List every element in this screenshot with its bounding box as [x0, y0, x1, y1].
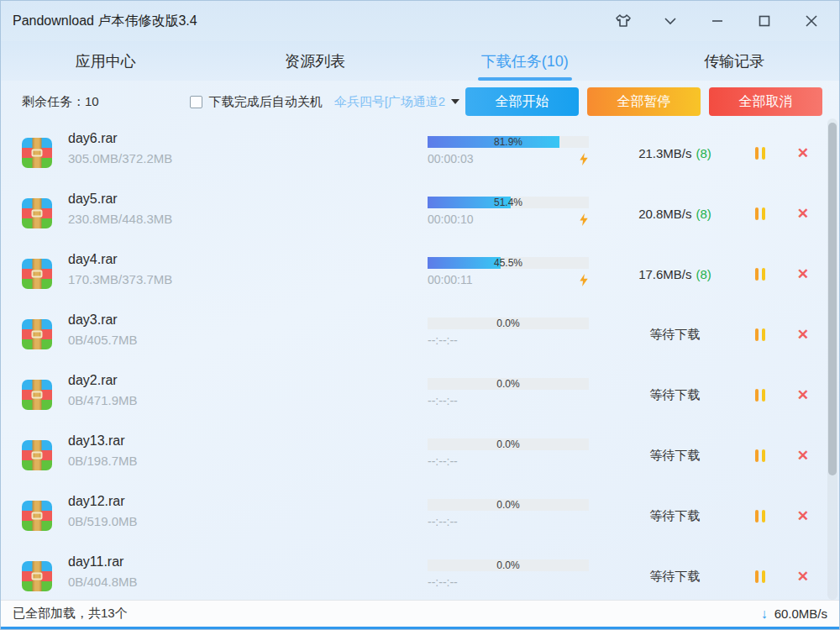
- channel-dropdown[interactable]: 伞兵四号[广场通道2: [334, 94, 460, 110]
- progress-bar: 81.9%: [428, 136, 589, 148]
- tab-download-tasks[interactable]: 下载任务(10): [420, 41, 630, 81]
- progress-bar: 0.0%: [428, 438, 589, 450]
- progress-percent: 0.0%: [428, 318, 589, 329]
- download-speed: 17.6MB/s: [638, 267, 691, 281]
- window-bottom-edge: [1, 627, 839, 629]
- file-name: day13.rar: [68, 433, 138, 449]
- close-icon[interactable]: [801, 10, 822, 32]
- cancel-task-button[interactable]: ✕: [797, 570, 809, 584]
- elapsed-time: --:--:--: [428, 394, 458, 407]
- dropdown-caret-icon: [451, 99, 459, 104]
- minimize-icon[interactable]: [706, 10, 728, 32]
- maximize-icon[interactable]: [753, 10, 775, 32]
- cancel-task-button[interactable]: ✕: [797, 207, 809, 221]
- rar-file-icon: [22, 319, 52, 349]
- progress-bar: 45.5%: [428, 257, 589, 269]
- download-speed: 20.8MB/s: [638, 207, 691, 221]
- thread-count: (8): [696, 146, 711, 160]
- progress-bar: 0.0%: [428, 378, 589, 390]
- chevron-down-icon[interactable]: [659, 10, 681, 32]
- speed-boost-icon: [579, 213, 589, 226]
- download-speed: 21.3MB/s: [638, 146, 691, 160]
- elapsed-time: --:--:--: [428, 575, 458, 589]
- progress-percent: 51.4%: [428, 197, 589, 208]
- start-all-button[interactable]: 全部开始: [465, 87, 579, 116]
- progress-percent: 0.0%: [428, 438, 589, 450]
- rar-file-icon: [22, 198, 52, 228]
- tab-app-center[interactable]: 应用中心: [1, 41, 211, 81]
- rar-file-icon: [22, 259, 52, 289]
- elapsed-time: --:--:--: [428, 454, 458, 468]
- task-row[interactable]: day2.rar 0B/471.9MB 0.0% --:--:-- 等待下载 ✕: [1, 365, 839, 425]
- cancel-task-button[interactable]: ✕: [797, 328, 809, 342]
- titlebar: Pandownload 卢本伟修改版3.4: [1, 1, 839, 41]
- auto-shutdown-label: 下载完成后自动关机: [209, 94, 323, 110]
- scrollbar-thumb[interactable]: [828, 123, 837, 475]
- file-size: 170.3MB/373.7MB: [68, 272, 172, 286]
- app-window: Pandownload 卢本伟修改版3.4 应用中心 资源列表 下载任务(10)…: [0, 0, 840, 630]
- file-name: day6.rar: [68, 131, 172, 146]
- load-status-text: 已全部加载，共13个: [13, 606, 128, 622]
- pause-task-button[interactable]: [755, 570, 765, 583]
- waiting-status: 等待下载: [650, 508, 701, 524]
- rar-file-icon: [22, 380, 52, 410]
- file-size: 230.8MB/448.3MB: [68, 212, 172, 226]
- pause-task-button[interactable]: [755, 449, 765, 462]
- speed-boost-icon: [579, 153, 589, 165]
- download-arrow-icon: ↓: [761, 606, 768, 622]
- elapsed-time: --:--:--: [428, 333, 458, 347]
- cancel-all-button[interactable]: 全部取消: [709, 87, 822, 116]
- progress-percent: 0.0%: [428, 559, 589, 571]
- cancel-task-button[interactable]: ✕: [797, 509, 809, 523]
- pause-task-button[interactable]: [755, 389, 765, 402]
- waiting-status: 等待下载: [650, 387, 701, 403]
- window-title: Pandownload 卢本伟修改版3.4: [13, 13, 197, 30]
- progress-bar: 0.0%: [428, 499, 589, 511]
- task-row[interactable]: day5.rar 230.8MB/448.3MB 51.4% 00:00:10 …: [1, 183, 839, 244]
- cancel-task-button[interactable]: ✕: [797, 388, 809, 402]
- cancel-task-button[interactable]: ✕: [797, 146, 809, 160]
- pause-task-button[interactable]: [755, 268, 765, 281]
- pause-task-button[interactable]: [755, 510, 765, 522]
- file-name: day12.rar: [68, 494, 138, 509]
- pause-task-button[interactable]: [755, 207, 765, 220]
- task-row[interactable]: day12.rar 0B/519.0MB 0.0% --:--:-- 等待下载 …: [1, 486, 839, 546]
- total-speed: 60.0MB/s: [774, 606, 827, 621]
- cancel-task-button[interactable]: ✕: [797, 267, 809, 281]
- task-row[interactable]: day3.rar 0B/405.7MB 0.0% --:--:-- 等待下载 ✕: [1, 304, 839, 365]
- elapsed-time: 00:00:10: [428, 213, 474, 226]
- rar-file-icon: [22, 561, 52, 591]
- file-size: 0B/519.0MB: [68, 514, 138, 528]
- toolbar: 剩余任务：10 下载完成后自动关机 伞兵四号[广场通道2 全部开始 全部暂停 全…: [1, 81, 839, 123]
- progress-percent: 45.5%: [428, 257, 589, 269]
- elapsed-time: --:--:--: [428, 515, 458, 528]
- cancel-task-button[interactable]: ✕: [797, 449, 809, 463]
- file-name: day3.rar: [68, 312, 138, 328]
- task-row[interactable]: day13.rar 0B/198.7MB 0.0% --:--:-- 等待下载 …: [1, 425, 839, 486]
- task-row[interactable]: day11.rar 0B/404.8MB 0.0% --:--:-- 等待下载 …: [1, 546, 839, 601]
- file-name: day5.rar: [68, 192, 172, 207]
- progress-bar: 0.0%: [428, 559, 589, 571]
- rar-file-icon: [22, 440, 52, 470]
- file-size: 0B/404.8MB: [68, 575, 138, 589]
- pause-task-button[interactable]: [755, 328, 765, 341]
- pause-task-button[interactable]: [755, 147, 765, 160]
- progress-percent: 0.0%: [428, 499, 589, 511]
- tab-bar: 应用中心 资源列表 下载任务(10) 传输记录: [1, 41, 839, 81]
- remaining-tasks-label: 剩余任务：10: [22, 94, 99, 110]
- task-row[interactable]: day4.rar 170.3MB/373.7MB 45.5% 00:00:11 …: [1, 244, 839, 304]
- pause-all-button[interactable]: 全部暂停: [587, 87, 701, 116]
- task-row[interactable]: day6.rar 305.0MB/372.2MB 81.9% 00:00:03 …: [1, 123, 839, 183]
- skin-icon[interactable]: [612, 10, 634, 32]
- file-name: day11.rar: [68, 554, 138, 570]
- status-bar: 已全部加载，共13个 ↓ 60.0MB/s: [1, 600, 839, 627]
- rar-file-icon: [22, 501, 52, 531]
- tab-resource-list[interactable]: 资源列表: [211, 41, 421, 81]
- auto-shutdown-checkbox[interactable]: [190, 96, 202, 108]
- waiting-status: 等待下载: [650, 569, 701, 585]
- progress-percent: 81.9%: [428, 136, 589, 148]
- speed-boost-icon: [579, 274, 589, 286]
- tab-transfer-history[interactable]: 传输记录: [630, 41, 840, 81]
- vertical-scrollbar: [827, 118, 837, 600]
- active-tab-underline: [478, 77, 572, 81]
